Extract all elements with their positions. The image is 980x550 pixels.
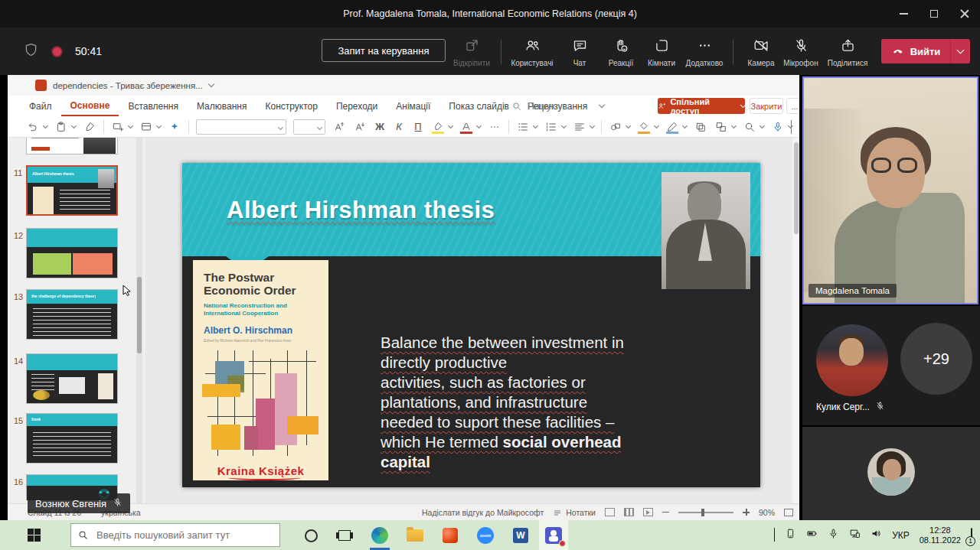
arrange-icon[interactable] [714,120,728,134]
layout-icon[interactable] [139,120,153,134]
slide-body-text[interactable]: Balance the between investment in direct… [381,333,742,472]
paste-icon[interactable] [54,120,68,134]
slide-thumbnail-11[interactable]: Albert Hirshman thesis [26,165,118,216]
slide-thumbnail-14[interactable] [26,353,118,404]
tab-design[interactable]: Конструктор [256,96,326,116]
chevron-down-icon[interactable] [654,123,659,129]
participant-avatar[interactable] [816,324,888,396]
chevron-down-icon[interactable] [682,123,688,129]
tab-home[interactable]: Основне [61,96,119,116]
underline-button[interactable]: П [412,121,424,132]
tab-transitions[interactable]: Переходи [327,96,387,116]
normal-view-button[interactable] [605,508,615,516]
office-button[interactable] [439,525,461,546]
slide-thumbnail-12[interactable] [26,228,118,278]
slide-thumbnail-10[interactable] [26,138,118,155]
tab-draw[interactable]: Малювання [188,96,256,116]
participant-tile[interactable] [802,427,980,520]
minimize-button[interactable] [888,0,919,28]
slide-thumbnail-13[interactable]: the challenge of dependency theory [26,289,118,340]
chevron-down-icon[interactable] [156,123,162,129]
book-cover-image[interactable]: The Postwar Economic Order National Reco… [193,260,328,480]
chevron-down-icon[interactable] [599,102,605,108]
grow-font-icon[interactable] [332,120,346,134]
language-indicator[interactable]: УКР [892,530,910,541]
slide-sorter-view-button[interactable] [624,508,634,516]
microphone-button[interactable]: Мікрофон [776,34,825,70]
speaker-video-tile[interactable]: Magdalena Tomala [802,76,978,304]
battery-icon[interactable] [806,528,818,542]
ppt-search[interactable]: Пошук [511,96,555,116]
rooms-button[interactable]: Кімнати [642,34,681,70]
tray-mic-icon[interactable] [828,528,839,542]
editor-scrollbar[interactable] [792,138,799,503]
task-view-button[interactable] [334,525,355,546]
speaker-icon[interactable] [871,528,882,542]
shape-outline-icon[interactable] [665,120,679,134]
thumbnail-scrollbar[interactable] [136,138,142,503]
chevron-down-icon[interactable] [731,123,737,129]
zoom-level[interactable]: 90% [759,508,775,517]
edge-button[interactable] [369,525,390,546]
chevron-down-icon[interactable] [128,123,133,129]
slideshow-view-button[interactable] [643,508,653,516]
zoom-app-button[interactable]: zoom [475,525,496,546]
zoom-slider[interactable] [678,512,733,513]
zoom-in-button[interactable] [743,509,750,516]
more-actions-button[interactable]: Додатково [683,34,726,70]
tray-expand-button[interactable] [774,529,775,542]
collapse-ribbon-button[interactable] [791,121,792,135]
font-color-icon[interactable] [459,120,473,134]
chevron-down-icon[interactable] [43,123,48,129]
cortana-button[interactable] [300,525,322,546]
italic-button[interactable]: К [393,121,405,132]
designer-icon[interactable] [168,120,181,134]
tab-slideshow[interactable]: Показ слайдів [439,96,518,116]
highlight-icon[interactable] [431,120,445,134]
align-icon[interactable] [573,120,586,134]
undo-icon[interactable] [26,120,40,134]
leave-button[interactable]: Вийти [881,39,970,63]
shrink-font-icon[interactable] [353,120,367,134]
chat-button[interactable]: Чат [563,34,596,70]
chevron-down-icon[interactable] [71,123,77,129]
slide-thumbnail-15[interactable]: frank [26,413,118,464]
file-explorer-button[interactable] [404,525,426,546]
chevron-down-icon[interactable] [590,123,595,129]
clock[interactable]: 12:28 08.11.2022 [920,526,961,545]
reactions-button[interactable]: Реакції [603,34,639,70]
tab-insert[interactable]: Вставлення [119,96,188,116]
new-slide-icon[interactable] [111,120,125,134]
chevron-down-icon[interactable] [760,123,765,129]
shapes-icon[interactable] [609,120,622,134]
hirschman-portrait-photo[interactable] [662,172,750,289]
close-button[interactable] [949,0,980,28]
slide-canvas[interactable]: Albert Hirshman thesis The Postwar Econo… [182,163,760,487]
start-button[interactable] [28,529,41,542]
tab-animations[interactable]: Анімації [387,96,439,116]
chevron-down-icon[interactable] [448,123,453,129]
ppt-more-button[interactable]: ... [786,98,799,114]
chevron-down-icon[interactable] [476,123,482,129]
teams-app-button[interactable] [539,520,568,550]
find-icon[interactable] [743,120,756,134]
shape-effects-icon[interactable] [694,120,707,134]
share-screen-button[interactable]: Поділитися [821,34,874,70]
maximize-button[interactable] [919,0,949,28]
network-icon[interactable] [849,528,861,542]
word-button[interactable]: W [510,525,531,546]
leave-options-button[interactable] [950,39,970,63]
tab-file[interactable]: Файл [20,96,61,116]
dictate-icon[interactable] [771,120,785,134]
overflow-count-badge[interactable]: +29 [900,323,972,395]
numbering-icon[interactable] [544,120,558,134]
request-control-button[interactable]: Запит на керування [322,39,446,62]
ppt-share-button[interactable]: Спільний доступ [658,98,745,114]
phone-link-icon[interactable] [785,528,796,542]
chevron-down-icon[interactable] [533,123,538,129]
slide-title[interactable]: Albert Hirshman thesis [227,197,495,224]
notes-button[interactable]: Нотатки [553,508,596,517]
format-painter-icon[interactable] [83,120,96,134]
action-center-button[interactable]: 1 [971,529,972,542]
search-input[interactable] [95,529,263,542]
